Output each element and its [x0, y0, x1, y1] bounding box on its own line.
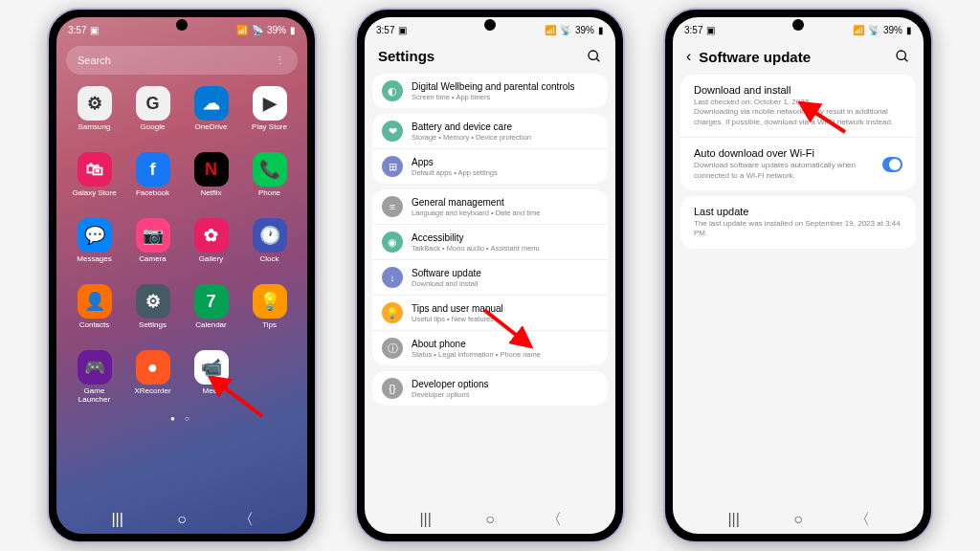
battery-text: 39% [575, 25, 594, 35]
nav-home[interactable]: ○ [789, 513, 808, 526]
app-label: Tips [262, 321, 277, 339]
app-calendar[interactable]: 7Calendar [185, 284, 237, 339]
settings-item-developer-options[interactable]: {}Developer optionsDeveloper options [372, 371, 608, 406]
camera-hole [792, 19, 804, 31]
app-label: Galaxy Store [72, 189, 116, 207]
app-game-launcher[interactable]: 🎮Game Launcher [68, 350, 121, 405]
wifi-icon: 📡 [868, 25, 880, 35]
search-bar[interactable]: Search ⋮ [66, 46, 298, 75]
back-button[interactable]: ‹ [686, 48, 691, 65]
battery-icon: ▮ [906, 25, 912, 35]
nav-back[interactable]: 〈 [853, 513, 872, 526]
app-label: Clock [259, 255, 278, 273]
page-indicator: ● ○ [56, 414, 307, 423]
app-onedrive[interactable]: ☁OneDrive [185, 86, 237, 141]
option-download-install[interactable]: Download and install Last checked on: Oc… [680, 75, 916, 137]
app-phone[interactable]: 📞Phone [243, 152, 296, 207]
app-icon: 🎮 [78, 350, 112, 385]
camera-hole [176, 19, 188, 31]
app-icon: 💡 [253, 284, 287, 319]
app-xrecorder[interactable]: ●XRecorder [126, 350, 179, 405]
status-app-icon: ▣ [398, 25, 407, 35]
settings-item-general-management[interactable]: ≡General managementLanguage and keyboard… [372, 189, 608, 224]
option-title: Last update [694, 206, 902, 217]
app-label: Settings [139, 321, 167, 339]
search-icon[interactable] [895, 49, 910, 64]
settings-item-battery-and[interactable]: ❤Battery and device careStorage • Memory… [372, 114, 608, 148]
app-icon: ⚙ [78, 86, 112, 121]
svg-line-7 [904, 58, 907, 61]
nav-recents[interactable]: ||| [416, 513, 435, 526]
settings-screen: 3:57 ▣ 📶 📡 39% ▮ Settings ◐Digital Wellb… [365, 17, 615, 534]
app-clock[interactable]: 🕐Clock [243, 218, 296, 273]
app-google[interactable]: GGoogle [126, 86, 179, 141]
app-settings[interactable]: ⚙Settings [126, 284, 179, 339]
settings-card: ≡General managementLanguage and keyboard… [372, 189, 608, 365]
status-time: 3:57 [68, 25, 86, 35]
settings-item-software-update[interactable]: ↓Software updateDownload and install [372, 260, 608, 295]
status-app-icon: ▣ [90, 25, 99, 35]
settings-item-tips-and[interactable]: 💡Tips and user manualUseful tips • New f… [372, 296, 608, 330]
app-label: Messages [77, 255, 111, 273]
auto-download-toggle[interactable] [882, 157, 902, 172]
settings-item-title: About phone [412, 339, 598, 349]
app-netflix[interactable]: NNetflix [185, 152, 237, 207]
update-card-2: Last update The last update was installe… [680, 196, 916, 249]
settings-item-subtitle: Screen time • App timers [412, 93, 598, 101]
app-galaxy-store[interactable]: 🛍Galaxy Store [68, 152, 121, 207]
wifi-icon: 📡 [560, 25, 571, 35]
nav-home[interactable]: ○ [480, 513, 500, 526]
app-label: Camera [139, 255, 166, 273]
search-placeholder: Search [78, 55, 111, 66]
settings-item-icon: ◉ [382, 231, 403, 253]
settings-item-apps[interactable]: ⊞AppsDefault apps • App settings [372, 149, 608, 184]
app-icon: 👤 [78, 284, 112, 319]
app-label: Calendar [195, 321, 226, 339]
option-title: Download and install [694, 84, 902, 96]
settings-card: {}Developer optionsDeveloper options [372, 371, 608, 406]
phone-1: 3:57 ▣ 📶 📡 39% ▮ Search ⋮ ⚙SamsungGGoogl… [47, 8, 317, 543]
app-label: Gallery [199, 255, 223, 273]
app-label: Phone [258, 189, 280, 207]
nav-back[interactable]: 〈 [545, 513, 564, 526]
settings-item-about-phone[interactable]: ⓘAbout phoneStatus • Legal information •… [372, 331, 608, 365]
nav-home[interactable]: ○ [172, 513, 191, 526]
app-samsung[interactable]: ⚙Samsung [68, 86, 121, 141]
app-icon: ⚙ [136, 284, 170, 319]
settings-item-title: Tips and user manual [412, 303, 598, 314]
app-label: Google [141, 123, 166, 141]
settings-item-subtitle: Useful tips • New features [412, 315, 598, 323]
app-label: Samsung [78, 123, 111, 141]
settings-item-subtitle: Language and keyboard • Date and time [412, 209, 598, 217]
nav-recents[interactable]: ||| [108, 513, 127, 526]
settings-item-subtitle: TalkBack • Mono audio • Assistant menu [412, 244, 598, 253]
app-label: Play Store [252, 123, 287, 141]
nav-back[interactable]: 〈 [236, 513, 256, 526]
app-label: OneDrive [195, 123, 228, 141]
app-play-store[interactable]: ▶Play Store [243, 86, 296, 141]
settings-item-digital-wellbeing[interactable]: ◐Digital Wellbeing and parental controls… [372, 74, 608, 108]
option-title: Auto download over Wi-Fi [694, 147, 882, 159]
settings-item-icon: ❤ [382, 121, 403, 142]
option-auto-download[interactable]: Auto download over Wi-Fi Download softwa… [680, 138, 916, 190]
nav-recents[interactable]: ||| [724, 513, 744, 526]
app-gallery[interactable]: ✿Gallery [185, 218, 237, 273]
svg-line-3 [596, 58, 599, 61]
app-contacts[interactable]: 👤Contacts [68, 284, 121, 339]
software-update-screen: 3:57 ▣ 📶 📡 39% ▮ ‹ Software update Downl… [673, 17, 924, 534]
app-facebook[interactable]: fFacebook [126, 152, 179, 207]
app-icon: ☁ [194, 86, 229, 121]
phone-3: 3:57 ▣ 📶 📡 39% ▮ ‹ Software update Downl… [663, 8, 933, 543]
settings-item-subtitle: Storage • Memory • Device protection [412, 133, 598, 142]
app-camera[interactable]: 📷Camera [126, 218, 179, 273]
search-icon[interactable] [587, 49, 602, 64]
settings-item-accessibility[interactable]: ◉AccessibilityTalkBack • Mono audio • As… [372, 225, 608, 259]
app-label: XRecorder [134, 387, 170, 405]
app-grid: ⚙SamsungGGoogle☁OneDrive▶Play Store🛍Gala… [56, 82, 307, 408]
app-meet[interactable]: 📹Meet [185, 350, 237, 405]
app-messages[interactable]: 💬Messages [68, 218, 121, 273]
option-last-update[interactable]: Last update The last update was installe… [680, 196, 916, 249]
app-tips[interactable]: 💡Tips [243, 284, 296, 339]
camera-hole [484, 19, 496, 31]
search-more-icon[interactable]: ⋮ [275, 55, 286, 67]
